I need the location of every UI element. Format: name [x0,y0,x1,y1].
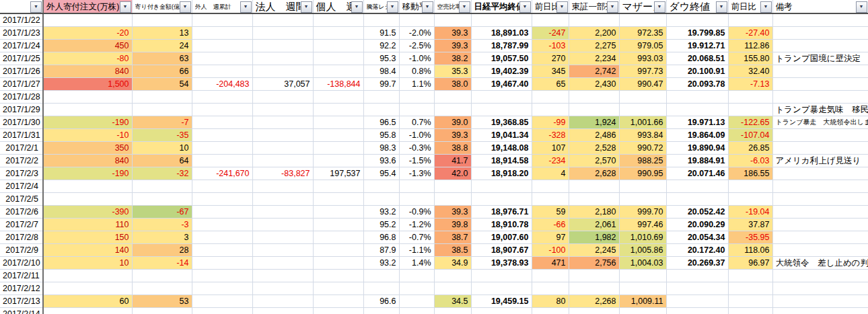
data-cell[interactable]: -234 [532,155,569,167]
data-cell[interactable]: -390 [43,206,132,219]
data-cell[interactable] [619,104,666,116]
data-cell[interactable]: 155.80 [728,52,772,65]
data-cell[interactable]: 19,148.08 [471,142,532,155]
data-cell[interactable]: 95.2 [363,219,399,231]
data-cell[interactable]: -2.5% [399,40,434,52]
data-cell[interactable] [252,231,313,244]
data-cell[interactable] [313,40,363,52]
data-cell[interactable]: 54 [132,78,192,91]
data-cell[interactable] [313,52,363,65]
data-cell[interactable] [43,308,132,314]
column-header[interactable]: ▼ [0,0,43,13]
data-cell[interactable]: -204,483 [192,78,252,91]
data-cell[interactable] [532,193,569,206]
data-cell[interactable] [43,193,132,206]
data-cell[interactable]: 1,004.03 [619,257,666,270]
data-cell[interactable] [192,104,252,116]
data-cell[interactable] [313,295,363,308]
data-cell[interactable] [569,282,619,295]
data-cell[interactable]: 38.5 [434,244,471,257]
data-cell[interactable]: 997.73 [619,65,666,78]
data-cell[interactable]: 140 [43,244,132,257]
data-cell[interactable]: 2,245 [569,244,619,257]
data-cell[interactable]: -32 [132,167,192,180]
data-cell[interactable] [252,308,313,314]
data-cell[interactable] [728,13,772,27]
filter-dropdown-icon[interactable]: ▼ [387,1,398,13]
data-cell[interactable] [132,308,192,314]
data-cell[interactable]: 19,467.40 [471,78,532,91]
data-cell[interactable] [252,282,313,295]
data-cell[interactable]: 1,010.69 [619,231,666,244]
remark-cell[interactable] [772,206,868,219]
date-cell[interactable]: 2017/2/5 [0,193,43,206]
data-cell[interactable]: 1.1% [399,78,434,91]
data-cell[interactable]: 4 [532,167,569,180]
data-cell[interactable]: 993.84 [619,129,666,142]
data-cell[interactable] [313,155,363,167]
data-cell[interactable] [313,91,363,104]
remark-cell[interactable] [772,91,868,104]
data-cell[interactable] [132,180,192,193]
data-cell[interactable] [192,308,252,314]
data-cell[interactable]: 10 [43,257,132,270]
data-cell[interactable] [132,91,192,104]
column-header[interactable]: 外人寄付注文(万株)▼ [43,0,132,13]
data-cell[interactable]: 38.7 [434,231,471,244]
remark-cell[interactable] [772,13,868,27]
data-cell[interactable]: 87.9 [363,244,399,257]
date-cell[interactable]: 2017/1/28 [0,91,43,104]
data-cell[interactable] [399,308,434,314]
data-cell[interactable]: 59 [532,206,569,219]
data-cell[interactable] [192,142,252,155]
data-cell[interactable] [728,104,772,116]
data-cell[interactable]: 96.8 [363,231,399,244]
data-cell[interactable] [252,295,313,308]
filter-dropdown-icon[interactable]: ▼ [120,1,131,13]
data-cell[interactable] [252,257,313,270]
data-cell[interactable] [252,27,313,40]
remark-cell[interactable] [772,295,868,308]
data-cell[interactable] [43,282,132,295]
data-cell[interactable] [619,13,666,27]
data-cell[interactable] [363,308,399,314]
data-cell[interactable]: -1.0% [399,129,434,142]
filter-dropdown-icon[interactable]: ▼ [459,1,470,13]
data-cell[interactable]: 270 [532,52,569,65]
data-cell[interactable] [569,91,619,104]
column-header[interactable]: 個人 週▼ [313,0,363,13]
data-cell[interactable]: 1,001.66 [619,116,666,129]
data-cell[interactable] [313,206,363,219]
date-cell[interactable]: 2017/2/12 [0,282,43,295]
data-cell[interactable] [192,244,252,257]
data-cell[interactable]: -138,844 [313,78,363,91]
data-cell[interactable]: 197,537 [313,167,363,180]
remark-cell[interactable] [772,78,868,91]
data-cell[interactable] [728,91,772,104]
data-cell[interactable]: 99.7 [363,78,399,91]
date-cell[interactable]: 2017/2/2 [0,155,43,167]
data-cell[interactable]: 60 [43,295,132,308]
data-cell[interactable] [569,104,619,116]
data-cell[interactable] [192,65,252,78]
data-cell[interactable]: 20.093.78 [666,78,728,91]
data-cell[interactable] [471,104,532,116]
data-cell[interactable] [252,270,313,282]
data-cell[interactable]: 24 [132,40,192,52]
data-cell[interactable]: -247 [532,27,569,40]
data-cell[interactable] [252,13,313,27]
data-cell[interactable] [363,13,399,27]
data-cell[interactable] [619,270,666,282]
data-cell[interactable]: 350 [43,142,132,155]
data-cell[interactable]: 42.0 [434,167,471,180]
data-cell[interactable]: 97 [532,231,569,244]
data-cell[interactable]: 53 [132,295,192,308]
data-cell[interactable] [252,180,313,193]
data-cell[interactable]: 18,914.58 [471,155,532,167]
column-header[interactable]: ダウ終値▼ [666,0,728,13]
data-cell[interactable]: -6.03 [728,155,772,167]
data-cell[interactable] [434,13,471,27]
data-cell[interactable]: -1.2% [399,219,434,231]
data-cell[interactable]: 38.8 [434,142,471,155]
data-cell[interactable]: 95.8 [363,129,399,142]
